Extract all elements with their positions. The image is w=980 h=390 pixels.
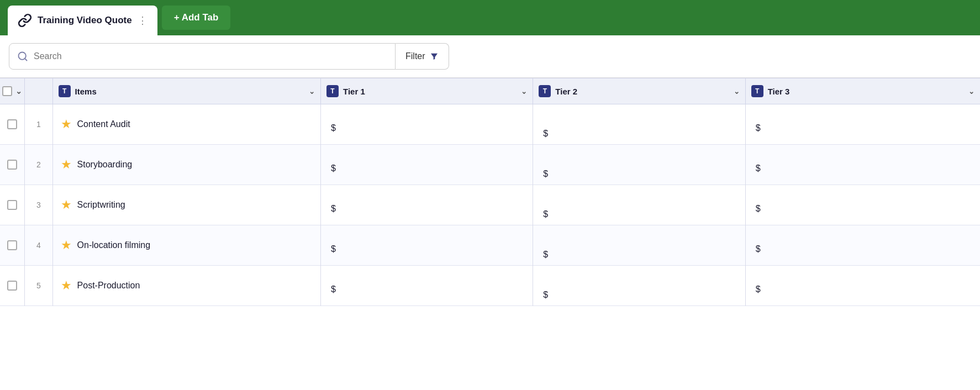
data-table-wrap: ⌄ T Items ⌄ T Tier 1 ⌄ <box>0 78 980 306</box>
row-star-icon[interactable]: ★ <box>61 198 72 212</box>
th-tier1: T Tier 1 ⌄ <box>321 78 533 104</box>
svg-line-1 <box>25 59 27 61</box>
row-number-cell: 2 <box>25 145 53 185</box>
table-row: 1 ★ Content Audit $ $ $ <box>0 104 980 145</box>
row-tier3-top: $ <box>746 115 980 133</box>
th-tier2: T Tier 2 ⌄ <box>533 78 745 104</box>
tier2-col-chevron-icon[interactable]: ⌄ <box>734 87 740 96</box>
table-row: 4 ★ On-location filming $ $ $ <box>0 225 980 266</box>
row-number: 5 <box>36 281 41 290</box>
filter-button[interactable]: Filter <box>396 43 449 70</box>
search-box <box>9 43 396 70</box>
row-tier1-top: $ <box>321 236 533 254</box>
row-checkbox[interactable] <box>7 240 17 250</box>
row-checkbox-cell <box>0 185 25 225</box>
row-tier1-top: $ <box>321 115 533 133</box>
items-col-chevron-icon[interactable]: ⌄ <box>309 87 315 96</box>
table-row: 3 ★ Scriptwriting $ $ $ <box>0 185 980 225</box>
row-tier2-cell: $ <box>533 266 745 306</box>
row-item-name: Scriptwriting <box>77 200 125 210</box>
filter-label: Filter <box>405 51 425 61</box>
row-star-icon[interactable]: ★ <box>61 117 72 131</box>
row-item-name: Post-Production <box>77 281 140 291</box>
row-tier3-cell: $ <box>745 145 980 185</box>
row-item-cell: ★ Content Audit <box>52 104 320 145</box>
row-checkbox-cell <box>0 225 25 266</box>
header-chevron-down-icon[interactable]: ⌄ <box>15 87 22 96</box>
row-number: 2 <box>36 160 41 169</box>
active-tab[interactable]: Training Video Quote ⋮ <box>8 6 157 35</box>
svg-marker-2 <box>431 54 438 60</box>
row-tier3-cell: $ <box>745 104 980 145</box>
row-tier1-cell: $ <box>321 104 533 145</box>
tier1-col-chevron-icon[interactable]: ⌄ <box>521 87 527 96</box>
row-tier2-value: $ <box>543 209 548 219</box>
row-number-cell: 3 <box>25 185 53 225</box>
row-tier2-cell: $ <box>533 145 745 185</box>
row-tier3-cell: $ <box>745 185 980 225</box>
tier3-col-chevron-icon[interactable]: ⌄ <box>968 87 974 96</box>
row-tier1-cell: $ <box>321 145 533 185</box>
row-checkbox-cell <box>0 104 25 145</box>
row-tier3-cell: $ <box>745 266 980 306</box>
row-tier1-cell: $ <box>321 225 533 266</box>
search-row: Filter <box>0 35 980 78</box>
row-number-cell: 5 <box>25 266 53 306</box>
row-star-icon[interactable]: ★ <box>61 157 72 172</box>
row-tier3-top: $ <box>746 156 980 173</box>
th-tier1-label: Tier 1 <box>343 87 517 96</box>
th-tier3-label: Tier 3 <box>768 87 964 96</box>
filter-icon <box>430 52 439 61</box>
th-items: T Items ⌄ <box>52 78 320 104</box>
items-type-icon: T <box>59 85 71 97</box>
table-header-row: ⌄ T Items ⌄ T Tier 1 ⌄ <box>0 78 980 104</box>
tab-bar: Training Video Quote ⋮ + Add Tab <box>0 0 980 35</box>
row-checkbox[interactable] <box>7 281 17 291</box>
row-item-name: On-location filming <box>77 240 151 250</box>
row-tier3-top: $ <box>746 277 980 294</box>
tab-menu-icon[interactable]: ⋮ <box>138 14 147 27</box>
row-item-cell: ★ Post-Production <box>52 266 320 306</box>
row-checkbox[interactable] <box>7 119 17 129</box>
row-tier1-cell: $ <box>321 185 533 225</box>
tab-title: Training Video Quote <box>38 15 132 26</box>
row-checkbox-cell <box>0 145 25 185</box>
th-tier2-label: Tier 2 <box>555 87 729 96</box>
row-item-cell: ★ Scriptwriting <box>52 185 320 225</box>
row-tier2-cell: $ <box>533 225 745 266</box>
th-rownum <box>25 78 53 104</box>
link-icon <box>18 13 32 28</box>
row-tier2-cell: $ <box>533 104 745 145</box>
row-item-cell: ★ On-location filming <box>52 225 320 266</box>
row-tier1-top: $ <box>321 196 533 214</box>
tier3-type-icon: T <box>751 85 763 97</box>
row-checkbox-cell <box>0 266 25 306</box>
row-star-icon[interactable]: ★ <box>61 278 72 293</box>
row-tier2-value: $ <box>543 169 548 179</box>
row-number-cell: 1 <box>25 104 53 145</box>
row-tier3-cell: $ <box>745 225 980 266</box>
th-checkbox: ⌄ <box>0 78 25 104</box>
row-tier3-top: $ <box>746 236 980 254</box>
table-row: 2 ★ Storyboarding $ $ $ <box>0 145 980 185</box>
row-number: 4 <box>36 241 41 250</box>
row-checkbox[interactable] <box>7 200 17 210</box>
row-number: 3 <box>36 201 41 209</box>
row-tier1-top: $ <box>321 156 533 173</box>
select-all-checkbox[interactable] <box>2 86 12 96</box>
row-tier3-top: $ <box>746 196 980 214</box>
add-tab-button[interactable]: + Add Tab <box>162 6 231 30</box>
row-tier1-top: $ <box>321 277 533 294</box>
row-item-cell: ★ Storyboarding <box>52 145 320 185</box>
th-items-label: Items <box>75 87 304 96</box>
row-tier2-value: $ <box>543 129 548 139</box>
table-row: 5 ★ Post-Production $ $ $ <box>0 266 980 306</box>
row-checkbox[interactable] <box>7 160 17 170</box>
row-tier1-cell: $ <box>321 266 533 306</box>
tier2-type-icon: T <box>539 85 551 97</box>
tier1-type-icon: T <box>326 85 339 97</box>
row-star-icon[interactable]: ★ <box>61 238 72 252</box>
search-icon <box>17 51 28 62</box>
data-table: ⌄ T Items ⌄ T Tier 1 ⌄ <box>0 78 980 306</box>
search-input[interactable] <box>34 51 387 61</box>
